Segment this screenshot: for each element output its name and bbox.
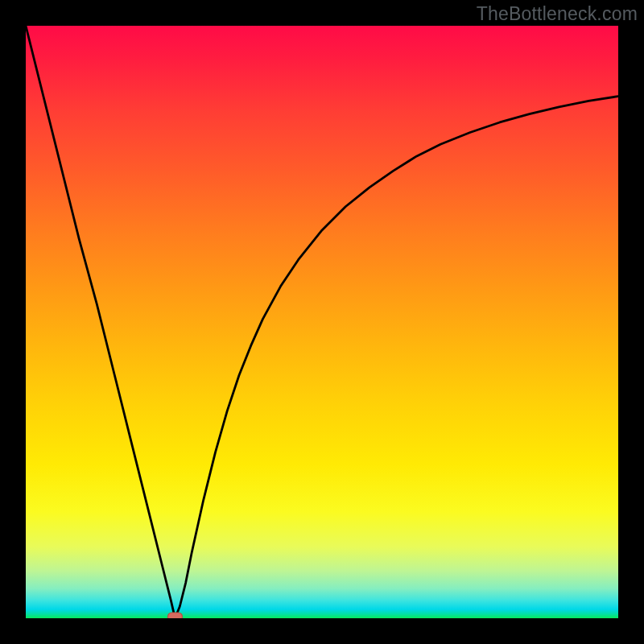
plot-area: [26, 26, 618, 618]
chart-frame: TheBottleneck.com: [0, 0, 644, 644]
watermark-text: TheBottleneck.com: [477, 3, 638, 25]
curve-path: [26, 26, 618, 618]
minimum-marker: [167, 613, 182, 618]
bottleneck-curve: [26, 26, 618, 618]
